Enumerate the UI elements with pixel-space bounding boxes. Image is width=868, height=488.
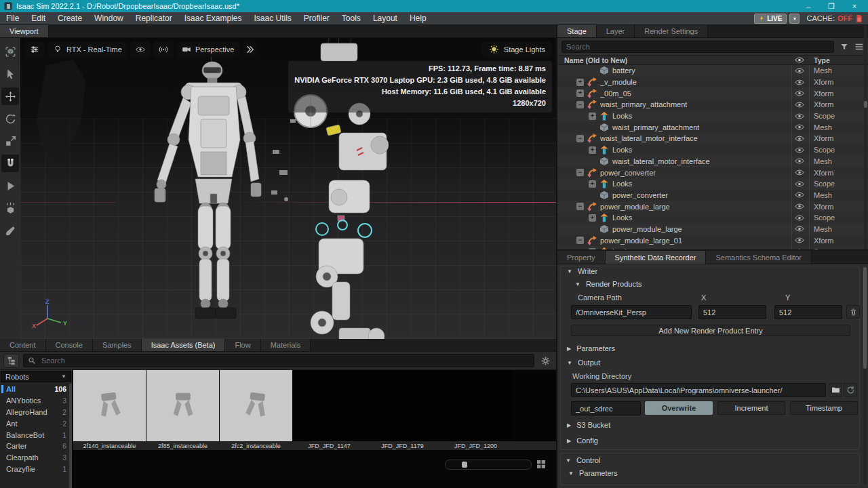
tab-console[interactable]: Console <box>46 339 93 351</box>
category-filter-dropdown[interactable]: Robots ▼ <box>1 371 71 382</box>
menu-item-file[interactable]: File <box>0 12 25 25</box>
tab-property[interactable]: Property <box>557 251 606 264</box>
stage-tree-row[interactable]: +power_converterMesh <box>557 190 868 201</box>
asset-thumbnail-2f85-instanceable[interactable] <box>146 370 219 441</box>
section-render-products[interactable]: ▼Render Products <box>575 280 642 288</box>
filter-funnel-icon[interactable] <box>839 41 849 52</box>
expander-icon[interactable]: − <box>576 237 584 244</box>
stage-scrollbar[interactable] <box>864 25 867 249</box>
eye-visibility-icon[interactable] <box>791 90 808 96</box>
expander-icon[interactable]: + <box>589 146 596 154</box>
grid-view-button[interactable] <box>536 459 547 470</box>
asset-thumbnail-jfd-jfd-1179[interactable] <box>366 370 439 441</box>
section-parameters[interactable]: ▶Parameters <box>567 344 615 352</box>
menu-item-isaac-examples[interactable]: Isaac Examples <box>178 12 248 25</box>
expander-icon[interactable]: − <box>576 169 584 176</box>
thumbnail-size-slider[interactable] <box>445 460 532 470</box>
eye-visibility-icon[interactable] <box>791 237 808 243</box>
stage-tree-row[interactable]: −waist_lateral_motor_interfaceXform <box>557 133 868 144</box>
stage-tree-row[interactable]: +_00m_05Xform <box>557 87 868 99</box>
scale-icon[interactable] <box>1 132 19 150</box>
stage-search-input[interactable] <box>561 41 834 53</box>
audio-capture-button[interactable] <box>153 41 174 57</box>
working-directory-input[interactable] <box>571 383 826 397</box>
asset-thumbnail-jfd-jfd-1147[interactable] <box>293 370 366 441</box>
expander-icon[interactable]: + <box>589 180 596 188</box>
section-control-parameters[interactable]: ▼Parameters <box>568 469 618 477</box>
stage-tree-row[interactable]: +power_module_largeMesh <box>557 224 868 235</box>
inspector-scrollbar[interactable] <box>863 267 867 484</box>
mode-button-overwrite[interactable]: Overwrite <box>645 401 713 415</box>
menu-item-tools[interactable]: Tools <box>336 12 367 25</box>
tab-synthetic-data-recorder[interactable]: Synthetic Data Recorder <box>606 251 707 264</box>
section-writer[interactable]: ▼Writer <box>567 267 597 275</box>
tab-materials[interactable]: Materials <box>261 339 311 351</box>
section-config[interactable]: ▶Config <box>567 436 598 445</box>
tab-flow[interactable]: Flow <box>225 339 260 351</box>
stage-tree-row[interactable]: −power_module_large_01Xform <box>557 235 868 246</box>
rotate-icon[interactable] <box>1 110 19 127</box>
menu-item-isaac-utils[interactable]: Isaac Utils <box>248 12 297 25</box>
mode-button-increment[interactable]: Increment <box>717 401 785 415</box>
menu-item-create[interactable]: Create <box>52 12 88 25</box>
category-crazyflie[interactable]: Crazyflie1 <box>0 464 72 475</box>
menu-item-window[interactable]: Window <box>88 12 130 25</box>
camera-path-input[interactable] <box>571 305 692 319</box>
physics-drop-icon[interactable] <box>1 199 19 217</box>
stage-tree-row[interactable]: −power_module_largeXform <box>557 201 868 212</box>
visibility-button[interactable] <box>130 41 151 57</box>
stage-tree-row[interactable]: +waist_primary_attachmentMesh <box>557 121 868 133</box>
eye-visibility-icon[interactable] <box>791 147 808 153</box>
expander-icon[interactable]: + <box>589 214 596 222</box>
section-output[interactable]: ▼Output <box>567 359 600 367</box>
asset-thumbnail-2f140-instanceable[interactable] <box>73 370 146 441</box>
content-settings-button[interactable] <box>538 354 553 368</box>
eye-visibility-icon[interactable] <box>791 79 808 85</box>
eye-visibility-icon[interactable] <box>791 169 808 176</box>
menu-item-help[interactable]: Help <box>403 12 433 25</box>
subfolder-input[interactable] <box>571 401 641 415</box>
stage-tree-row[interactable]: +LooksScope <box>557 212 868 224</box>
live-dropdown-button[interactable]: ▼ <box>789 14 800 24</box>
delete-render-product-button[interactable] <box>846 305 860 319</box>
section-control[interactable]: ▼Control <box>566 456 600 464</box>
eye-visibility-icon[interactable] <box>791 158 808 164</box>
eye-visibility-icon[interactable] <box>791 124 808 130</box>
expander-icon[interactable]: − <box>576 101 584 108</box>
stage-tree-row[interactable]: +waist_lateral_motor_interfaceMesh <box>557 156 868 167</box>
expander-icon[interactable]: + <box>589 113 596 120</box>
asset-thumbnail-jfd-jfd-1200[interactable] <box>439 370 512 441</box>
column-name-header[interactable]: Name (Old to New) <box>557 56 791 64</box>
x-resolution-input[interactable] <box>698 305 766 319</box>
category-anybotics[interactable]: ANYbotics3 <box>0 395 72 407</box>
move-icon[interactable] <box>1 87 19 105</box>
tab-layer[interactable]: Layer <box>597 25 635 37</box>
slider-handle[interactable] <box>462 462 467 468</box>
eye-visibility-icon[interactable] <box>791 136 808 142</box>
menu-item-profiler[interactable]: Profiler <box>298 12 336 25</box>
browse-folder-button[interactable] <box>829 383 842 396</box>
y-resolution-input[interactable] <box>774 305 842 319</box>
tab-render-settings[interactable]: Render Settings <box>635 25 708 37</box>
options-menu-icon[interactable] <box>854 41 864 52</box>
eye-visibility-icon[interactable] <box>791 68 808 74</box>
expander-icon[interactable]: + <box>576 79 584 86</box>
stage-lights-button[interactable]: Stage Lights <box>482 41 552 57</box>
stage-tree-row[interactable]: −waist_primary_attachmentXform <box>557 99 868 110</box>
mode-button-timestamp[interactable]: Timestamp <box>790 401 858 415</box>
menu-item-edit[interactable]: Edit <box>25 12 52 25</box>
expander-icon[interactable]: − <box>576 135 584 142</box>
eye-visibility-icon[interactable] <box>791 192 808 198</box>
viewport-settings-button[interactable] <box>24 41 45 57</box>
stage-tree-row[interactable]: +LooksScope <box>557 178 868 190</box>
tab-samples[interactable]: Samples <box>93 339 142 351</box>
tree-view-toggle-button[interactable] <box>3 354 19 368</box>
close-button[interactable]: × <box>845 0 864 12</box>
eye-visibility-icon[interactable] <box>791 113 808 119</box>
content-search-input[interactable] <box>23 354 534 367</box>
asset-thumbnail-2fc2-instanceable[interactable] <box>220 370 292 441</box>
live-sync-button[interactable]: LIVE <box>754 14 787 24</box>
menu-item-layout[interactable]: Layout <box>367 12 403 25</box>
maximize-button[interactable]: ❐ <box>822 0 841 12</box>
minimize-button[interactable]: – <box>799 0 818 12</box>
